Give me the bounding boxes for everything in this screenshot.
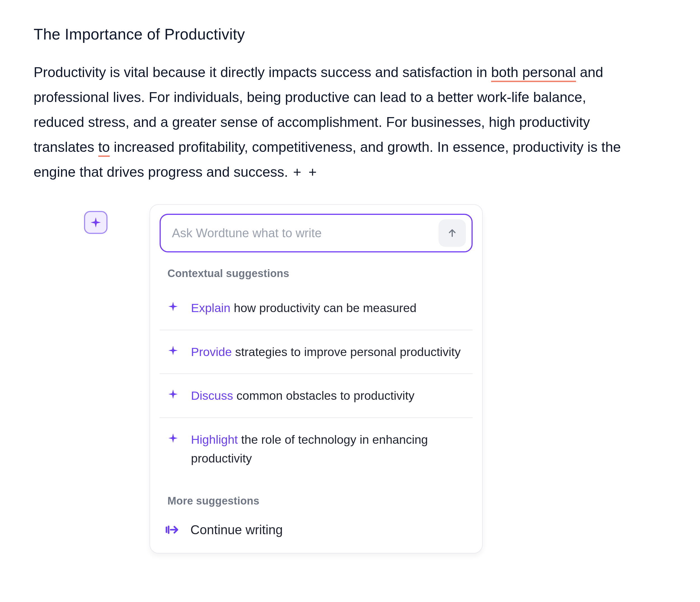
- suggestion-item[interactable]: Highlight the role of technology in enha…: [159, 418, 473, 480]
- suggestion-text: Explain how productivity can be measured: [191, 298, 417, 317]
- suggestion-rest: strategies to improve personal productiv…: [232, 345, 460, 359]
- sparkle-icon: [168, 301, 179, 312]
- grammar-underline[interactable]: to: [98, 139, 110, 157]
- wordtune-panel: Contextual suggestions Explain how produ…: [150, 204, 483, 554]
- suggestion-verb: Discuss: [191, 389, 233, 402]
- doc-title: The Importance of Productivity: [33, 25, 667, 43]
- sparkle-icon: [168, 433, 179, 444]
- suggestion-item[interactable]: Provide strategies to improve personal p…: [159, 330, 473, 374]
- doc-paragraph: Productivity is vital because it directl…: [33, 60, 622, 185]
- sparkle-icon: [90, 216, 102, 228]
- arrow-up-icon: [447, 227, 458, 239]
- suggestion-item[interactable]: Discuss common obstacles to productivity: [159, 374, 473, 418]
- sparkle-icon: [168, 345, 179, 356]
- suggestion-rest: how productivity can be measured: [230, 301, 416, 315]
- submit-prompt-button[interactable]: [439, 219, 466, 247]
- continue-writing-item[interactable]: Continue writing: [159, 514, 473, 539]
- paragraph-text: increased profitability, competitiveness…: [33, 139, 621, 180]
- suggestion-text: Provide strategies to improve personal p…: [191, 343, 460, 361]
- continue-writing-icon: [165, 523, 179, 537]
- suggestion-text: Discuss common obstacles to productivity: [191, 386, 415, 405]
- suggestion-verb: Provide: [191, 345, 232, 359]
- ask-wordtune-input[interactable]: [159, 214, 473, 252]
- suggestion-verb: Explain: [191, 301, 230, 315]
- contextual-suggestions-label: Contextual suggestions: [168, 267, 473, 280]
- paragraph-text: Productivity is vital because it directl…: [33, 65, 491, 80]
- suggestion-verb: Highlight: [191, 433, 238, 446]
- more-suggestions-label: More suggestions: [168, 495, 473, 507]
- suggestion-text: Highlight the role of technology in enha…: [191, 430, 465, 467]
- sparkle-icon: [168, 388, 179, 400]
- suggestion-list: Explain how productivity can be measured…: [159, 286, 473, 480]
- more-suggestions-list: Continue writing: [159, 514, 473, 539]
- grammar-underline[interactable]: both personal: [491, 65, 576, 82]
- insertion-markers[interactable]: + +: [293, 164, 318, 180]
- suggestion-item[interactable]: Explain how productivity can be measured: [159, 286, 473, 330]
- wordtune-trigger-button[interactable]: [84, 211, 107, 234]
- continue-writing-label: Continue writing: [191, 522, 283, 537]
- suggestion-rest: common obstacles to productivity: [233, 389, 415, 402]
